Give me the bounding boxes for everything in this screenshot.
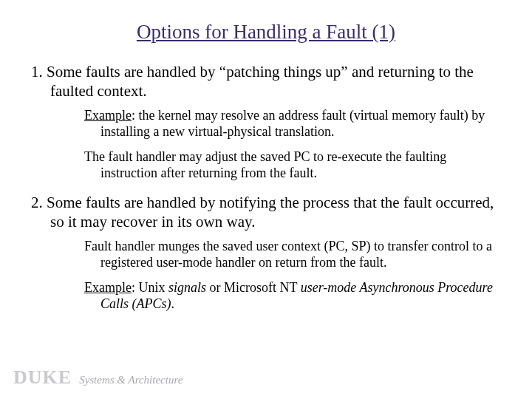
bullet-2-sub-2: Example: Unix signals or Microsoft NT us… <box>84 280 501 313</box>
bullet-1-sub-1: Example: the kernel may resolve an addre… <box>84 108 501 140</box>
bullet-2: 2. Some faults are handled by notifying … <box>31 194 501 231</box>
term-signals: signals <box>168 280 206 295</box>
text-fragment: or Microsoft NT <box>206 280 301 295</box>
bullet-1-sub-2: The fault handler may adjust the saved P… <box>84 149 501 182</box>
footer: DUKE Systems & Architecture <box>13 366 183 389</box>
slide-title: Options for Handling a Fault (1) <box>31 21 501 44</box>
example-label: Example <box>84 280 132 295</box>
bullet-2-sub-1: Fault handler munges the saved user cont… <box>84 239 501 271</box>
slide: Options for Handling a Fault (1) 1. Some… <box>0 0 532 313</box>
footer-logo: DUKE <box>13 366 72 389</box>
example-label: Example <box>84 108 132 123</box>
footer-text: Systems & Architecture <box>79 374 183 386</box>
text-fragment: : Unix <box>132 280 168 295</box>
bullet-1-sub-1-text: : the kernel may resolve an address faul… <box>100 108 485 139</box>
text-fragment: . <box>171 296 175 311</box>
bullet-1: 1. Some faults are handled by “patching … <box>31 63 501 100</box>
